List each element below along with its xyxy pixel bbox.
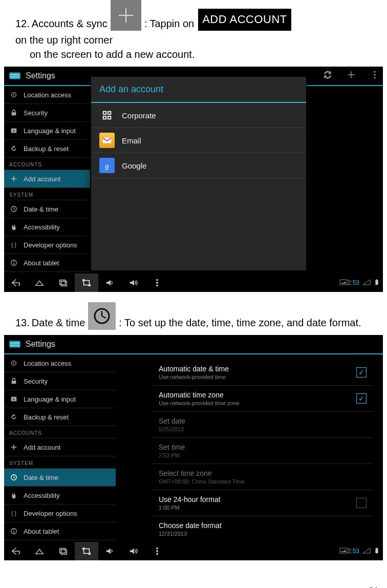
sidebar-item-date-time[interactable]: Date & time: [4, 469, 116, 487]
checkbox-auto-dt[interactable]: [356, 367, 367, 377]
item12-text-c: on the up right corner: [15, 33, 113, 47]
sidebar-item-location[interactable]: Location access: [4, 86, 90, 104]
hand-icon: [9, 492, 18, 499]
sidebar-header-accounts: ACCOUNTS: [4, 426, 116, 438]
sidebar-item-developer[interactable]: { }Developer options: [4, 505, 116, 522]
sidebar-header-system: SYSTEM: [4, 456, 116, 469]
action-bar-title-2: Settings: [26, 340, 55, 349]
location-icon: [9, 360, 18, 367]
checkbox-auto-tz[interactable]: [356, 393, 367, 404]
option-choose-date-format[interactable]: Choose date format12/31/2013: [153, 516, 373, 542]
svg-rect-40: [9, 341, 20, 348]
svg-point-63: [157, 551, 158, 552]
svg-point-9: [374, 71, 376, 73]
option-set-date: Set date5/25/2013: [153, 412, 373, 438]
back-icon[interactable]: [4, 547, 28, 556]
home-icon[interactable]: [28, 547, 51, 556]
home-icon[interactable]: [28, 278, 51, 287]
settings-app-icon: [7, 68, 23, 83]
info-icon: [9, 259, 18, 266]
dialog-option-corporate[interactable]: Corporate: [91, 103, 306, 128]
sidebar-header-accounts: ACCOUNTS: [4, 158, 90, 170]
checkbox-24h[interactable]: [356, 498, 367, 508]
back-icon[interactable]: [4, 278, 28, 287]
add-icon[interactable]: [346, 70, 356, 82]
svg-rect-65: [340, 548, 347, 553]
sidebar-item-language[interactable]: ALanguage & input: [4, 390, 116, 408]
google-icon: g: [99, 158, 115, 173]
svg-point-62: [157, 548, 158, 549]
sidebar-item-date-time[interactable]: Date & time: [4, 200, 90, 218]
braces-icon: { }: [9, 510, 18, 517]
svg-rect-26: [103, 138, 112, 143]
sidebar-item-security[interactable]: Security: [4, 372, 116, 390]
sidebar-item-backup[interactable]: Backup & reset: [4, 408, 116, 426]
svg-text:A: A: [13, 129, 15, 133]
nav-overflow-icon[interactable]: [145, 547, 169, 556]
option-auto-time-zone[interactable]: Automatic time zoneUse network-provided …: [153, 386, 373, 412]
add-account-inline-button: ADD ACCOUNT: [198, 9, 291, 31]
sync-icon[interactable]: [322, 70, 333, 82]
nav-overflow-icon[interactable]: [145, 278, 169, 287]
screenshot-date-time: Settings Location access Security ALangu…: [4, 335, 383, 560]
overflow-menu-icon[interactable]: [370, 70, 380, 82]
recent-apps-icon[interactable]: [51, 278, 75, 287]
svg-rect-14: [12, 112, 16, 115]
plus-small-icon: [9, 175, 18, 182]
sidebar-item-accessibility[interactable]: Accessibility: [4, 487, 116, 505]
svg-text:A: A: [13, 397, 15, 401]
language-icon: A: [9, 395, 18, 403]
svg-point-11: [374, 77, 376, 79]
hand-icon: [9, 223, 18, 230]
sidebar-item-about[interactable]: About tablet: [4, 522, 116, 540]
screenshot-icon[interactable]: [75, 274, 98, 292]
sidebar-item-security[interactable]: Security: [4, 104, 90, 122]
option-auto-date-time[interactable]: Automatic date & timeUse network-provide…: [153, 360, 373, 386]
system-nav-bar: 2:53: [4, 274, 383, 292]
signal-icon: [362, 547, 371, 556]
corporate-icon: [99, 108, 115, 123]
screenshot-icon[interactable]: [75, 542, 98, 560]
sidebar-item-accessibility[interactable]: Accessibility: [4, 218, 90, 236]
status-time-2: 2:53: [348, 548, 359, 555]
option-use-24-hour[interactable]: Use 24-hour format1:00 PM: [153, 490, 373, 516]
option-set-time: Set time2:53 PM: [153, 438, 373, 464]
picture-status-icon: [339, 547, 348, 556]
page-number: 21: [0, 565, 387, 588]
volume-up-icon[interactable]: [122, 278, 145, 287]
volume-down-icon[interactable]: [98, 278, 122, 287]
picture-status-icon: [339, 278, 348, 287]
volume-down-icon[interactable]: [98, 547, 122, 556]
clock-icon: [9, 474, 18, 481]
svg-rect-34: [340, 280, 347, 285]
svg-text:{ }: { }: [11, 510, 16, 516]
sidebar-item-about[interactable]: About tablet: [4, 254, 90, 272]
svg-rect-29: [61, 281, 67, 286]
svg-rect-60: [61, 550, 67, 554]
dialog-option-google[interactable]: g Google: [91, 153, 306, 178]
svg-line-39: [102, 316, 106, 318]
svg-rect-47: [12, 381, 16, 384]
sidebar-item-backup[interactable]: Backup & reset: [4, 140, 90, 158]
language-icon: A: [9, 127, 18, 134]
sidebar-item-language[interactable]: ALanguage & input: [4, 122, 90, 140]
dialog-option-email[interactable]: Email: [91, 128, 306, 153]
sidebar-item-location[interactable]: Location access: [4, 354, 116, 372]
backup-icon: [9, 145, 18, 152]
volume-up-icon[interactable]: [122, 547, 145, 556]
datetime-options: Automatic date & timeUse network-provide…: [153, 360, 373, 542]
sidebar-item-add-account[interactable]: Add account: [4, 438, 116, 456]
system-nav-bar-2: 2:53: [4, 542, 383, 560]
recent-apps-icon[interactable]: [51, 547, 75, 556]
sidebar-item-developer[interactable]: { }Developer options: [4, 236, 90, 254]
sidebar-item-add-account[interactable]: Add account: [4, 170, 90, 188]
battery-icon: [373, 547, 381, 556]
backup-icon: [9, 413, 18, 421]
svg-rect-2: [9, 73, 20, 79]
location-icon: [9, 91, 18, 98]
svg-point-31: [157, 279, 158, 280]
svg-line-21: [14, 209, 15, 210]
option-select-time-zone: Select time zoneGMT+08:00, China Standar…: [153, 464, 373, 490]
svg-text:{ }: { }: [11, 242, 16, 248]
sidebar-header-system: SYSTEM: [4, 188, 90, 200]
